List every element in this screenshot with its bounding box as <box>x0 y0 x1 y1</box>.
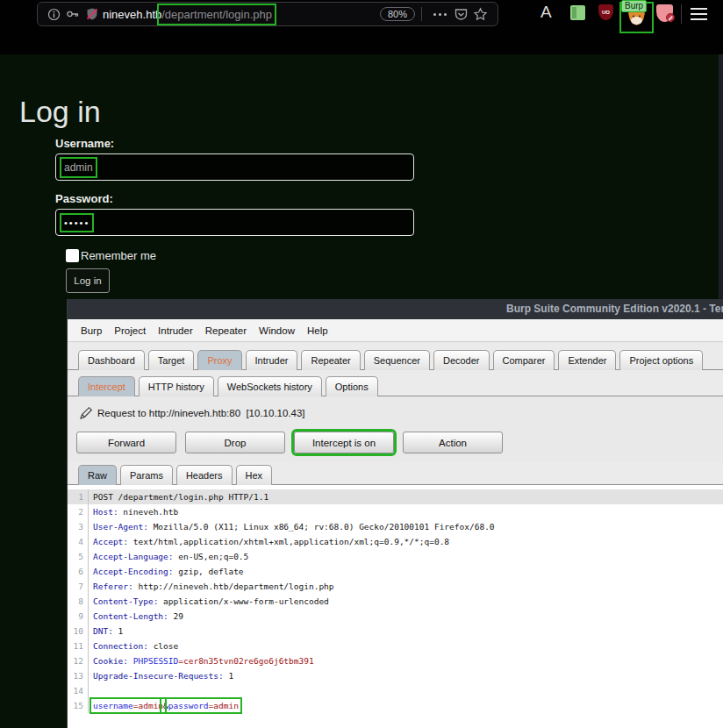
username-field[interactable]: admin <box>55 153 414 181</box>
line-number: 4 <box>68 534 89 549</box>
tab-decoder[interactable]: Decoder <box>433 350 490 370</box>
shield-disabled-icon[interactable] <box>83 5 101 23</box>
line-number: 6 <box>68 564 89 579</box>
password-field[interactable]: ••••• <box>55 209 414 236</box>
request-line: 1POST /department/login.php HTTP/1.1 <box>68 489 723 504</box>
tab-intruder[interactable]: Intruder <box>246 350 298 370</box>
username-label: Username: <box>55 137 114 150</box>
url-path-annotated: /department/login.php <box>161 8 272 21</box>
zoom-level[interactable]: 80% <box>380 7 415 21</box>
tab-websockets-history[interactable]: WebSockets history <box>218 376 322 396</box>
foxyproxy-tooltip: Burp <box>621 0 647 12</box>
extension-a-icon[interactable]: A <box>540 3 552 22</box>
tab-intercept[interactable]: Intercept <box>78 376 135 396</box>
key-icon[interactable] <box>64 5 82 23</box>
pocket-icon[interactable] <box>452 5 469 23</box>
burp-window: Burp Suite Community Edition v2020.1 - T… <box>67 299 723 728</box>
burp-editor-tabs: Raw Params Headers Hex <box>68 462 723 485</box>
username-value: admin <box>64 161 93 174</box>
request-editor[interactable]: 1POST /department/login.php HTTP/1.12Hos… <box>68 485 723 728</box>
forward-button[interactable]: Forward <box>76 432 176 453</box>
tab-dashboard[interactable]: Dashboard <box>78 350 145 370</box>
url-bar[interactable]: nineveh.htb /department/login.php 80% <box>37 2 498 26</box>
request-line: 7Referer: http://nineveh.htb/department/… <box>68 579 723 594</box>
divider <box>681 4 682 24</box>
menu-window[interactable]: Window <box>253 325 301 336</box>
tab-options[interactable]: Options <box>326 376 378 396</box>
request-line: 3User-Agent: Mozilla/5.0 (X11; Linux x86… <box>68 519 723 534</box>
extension-green-icon[interactable] <box>570 5 585 20</box>
request-line: 11Connection: close <box>68 639 723 653</box>
privacy-badger-icon[interactable] <box>656 4 673 22</box>
menu-intruder[interactable]: Intruder <box>152 325 199 336</box>
burp-menubar: Burp Project Intruder Repeater Window He… <box>68 319 723 342</box>
password-label: Password: <box>55 192 113 205</box>
tab-raw[interactable]: Raw <box>78 465 117 485</box>
burp-main-tabs: Dashboard Target Proxy Intruder Repeater… <box>68 343 723 370</box>
burp-titlebar[interactable]: Burp Suite Community Edition v2020.1 - T… <box>68 299 723 319</box>
info-icon[interactable] <box>45 5 62 23</box>
line-number: 7 <box>68 579 89 594</box>
line-number: 1 <box>68 489 89 504</box>
request-line: 4Accept: text/html,application/xhtml+xml… <box>68 534 723 549</box>
line-number: 13 <box>68 668 89 683</box>
tab-params[interactable]: Params <box>120 465 173 485</box>
divider <box>421 7 422 21</box>
tab-project-options[interactable]: Project options <box>619 350 703 370</box>
menu-burp[interactable]: Burp <box>75 325 108 336</box>
tab-sequencer[interactable]: Sequencer <box>364 350 430 370</box>
intercept-toggle-button[interactable]: Intercept is on <box>294 432 394 453</box>
browser-toolbar: nineveh.htb /department/login.php 80% A … <box>0 0 723 54</box>
line-number: 10 <box>68 624 89 639</box>
request-line: 8Content-Type: application/x-www-form-ur… <box>68 594 723 609</box>
request-line: 5Accept-Language: en-US,en;q=0.5 <box>68 549 723 564</box>
tab-headers[interactable]: Headers <box>176 465 233 485</box>
line-number: 3 <box>68 519 89 534</box>
line-number: 8 <box>68 594 89 609</box>
tab-extender[interactable]: Extender <box>558 350 616 370</box>
remember-me-label: Remember me <box>81 249 156 262</box>
request-line: 9Content-Length: 29 <box>68 609 723 624</box>
tab-target[interactable]: Target <box>148 350 195 370</box>
line-number: 12 <box>68 653 89 668</box>
url-host: nineveh.htb <box>103 8 161 21</box>
ublock-origin-icon[interactable]: UO <box>598 4 613 20</box>
burp-proxy-tabs: Intercept HTTP history WebSockets histor… <box>68 370 723 396</box>
menu-help[interactable]: Help <box>301 325 334 336</box>
line-number: 5 <box>68 549 89 564</box>
intercept-toolbar: Request to http://nineveh.htb:80 [10.10.… <box>68 396 723 462</box>
line-number: 11 <box>68 639 89 653</box>
tab-repeater[interactable]: Repeater <box>301 350 360 370</box>
menu-repeater[interactable]: Repeater <box>199 325 253 336</box>
burp-window-title: Burp Suite Community Edition v2020.1 - T… <box>506 303 723 315</box>
page-title: Log in <box>19 95 101 129</box>
request-line: 12Cookie: PHPSESSID=cer8n35tvn02re6go6j6… <box>68 653 723 668</box>
tab-comparer[interactable]: Comparer <box>493 350 555 370</box>
drop-button[interactable]: Drop <box>185 432 285 453</box>
remember-me-checkbox[interactable] <box>66 249 79 262</box>
pencil-icon <box>78 405 94 423</box>
line-number: 15 <box>68 698 89 713</box>
annotation-box: username=admin <box>93 701 163 710</box>
tab-hex[interactable]: Hex <box>236 465 273 485</box>
menu-hamburger-icon[interactable] <box>691 8 707 24</box>
line-number: 2 <box>68 504 89 519</box>
login-button[interactable]: Log in <box>66 268 110 293</box>
line-number: 14 <box>68 683 89 698</box>
tab-proxy[interactable]: Proxy <box>197 350 241 370</box>
request-line: 14 <box>68 683 723 698</box>
request-line: 6Accept-Encoding: gzip, deflate <box>68 564 723 579</box>
request-line: 15username=admin&password=admin <box>68 698 723 713</box>
password-value: ••••• <box>64 218 89 228</box>
request-line: 13Upgrade-Insecure-Requests: 1 <box>68 668 723 683</box>
request-line: 2Host: nineveh.htb <box>68 504 723 519</box>
page-actions-icon[interactable] <box>433 13 447 16</box>
action-button[interactable]: Action <box>403 432 503 453</box>
request-line: 10DNT: 1 <box>68 624 723 639</box>
menu-project[interactable]: Project <box>108 325 152 336</box>
annotation-box: &password=admin <box>163 701 239 710</box>
line-number: 9 <box>68 609 89 624</box>
screen: nineveh.htb /department/login.php 80% A … <box>0 0 723 728</box>
tab-http-history[interactable]: HTTP history <box>139 376 214 396</box>
bookmark-star-icon[interactable] <box>471 5 489 23</box>
